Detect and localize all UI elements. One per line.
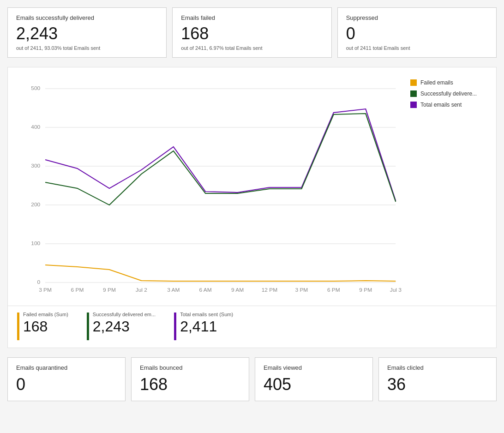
svg-text:500: 500 bbox=[31, 85, 40, 91]
card-subtitle-suppressed: out of 2411 total Emails sent bbox=[346, 45, 488, 51]
failed-line bbox=[45, 265, 396, 281]
svg-text:9 PM: 9 PM bbox=[359, 287, 372, 293]
top-cards-section: Emails successfully delivered 2,243 out … bbox=[7, 7, 497, 58]
summary-text: Successfully delivered em... 2,243 bbox=[93, 312, 156, 335]
bottom-card-number-clicked: 36 bbox=[387, 375, 488, 394]
chart-legend: Failed emails Successfully delivere... T… bbox=[410, 75, 489, 298]
card-title-delivered: Emails successfully delivered bbox=[16, 14, 158, 21]
legend-label: Successfully delivere... bbox=[420, 90, 477, 97]
summary-item-failed-sum: Failed emails (Sum) 168 bbox=[17, 312, 68, 340]
svg-text:3 AM: 3 AM bbox=[167, 287, 180, 293]
bottom-cards-section: Emails quarantined 0 Emails bounced 168 … bbox=[7, 357, 497, 401]
card-title-failed: Emails failed bbox=[181, 14, 323, 21]
summary-item-total-sum: Total emails sent (Sum) 2,411 bbox=[174, 312, 233, 340]
bottom-card-number-bounced: 168 bbox=[140, 375, 240, 394]
card-number-suppressed: 0 bbox=[346, 24, 488, 43]
card-number-failed: 168 bbox=[181, 24, 323, 43]
summary-label: Total emails sent (Sum) bbox=[180, 312, 233, 317]
svg-text:9 AM: 9 AM bbox=[231, 287, 244, 293]
bottom-card-quarantined: Emails quarantined 0 bbox=[7, 357, 126, 401]
svg-text:6 PM: 6 PM bbox=[71, 287, 84, 293]
summary-text: Failed emails (Sum) 168 bbox=[23, 312, 68, 335]
svg-text:100: 100 bbox=[31, 241, 40, 246]
card-suppressed: Suppressed 0 out of 2411 total Emails se… bbox=[337, 7, 497, 58]
bottom-card-bounced: Emails bounced 168 bbox=[131, 357, 249, 401]
legend-item: Failed emails bbox=[410, 79, 489, 86]
bottom-card-title-clicked: Emails clicled bbox=[387, 364, 488, 371]
svg-text:3 PM: 3 PM bbox=[39, 287, 52, 293]
card-subtitle-delivered: out of 2411, 93.03% total Emails sent bbox=[16, 45, 158, 51]
bottom-card-title-quarantined: Emails quarantined bbox=[16, 364, 117, 371]
legend-label: Failed emails bbox=[420, 79, 453, 86]
card-title-suppressed: Suppressed bbox=[346, 14, 488, 21]
svg-text:Jul 3: Jul 3 bbox=[390, 287, 402, 293]
bottom-card-title-viewed: Emails viewed bbox=[264, 364, 364, 371]
svg-text:0: 0 bbox=[37, 279, 41, 285]
svg-text:Jul 2: Jul 2 bbox=[136, 287, 147, 293]
summary-bar bbox=[17, 313, 19, 340]
chart-area: 500 400 300 200 100 0 3 PM 6 PM 9 PM Jul… bbox=[7, 67, 497, 306]
svg-text:300: 300 bbox=[31, 163, 40, 168]
legend-item: Successfully delivere... bbox=[410, 90, 489, 97]
bottom-card-viewed: Emails viewed 405 bbox=[255, 357, 373, 401]
svg-text:12 PM: 12 PM bbox=[262, 287, 277, 293]
card-subtitle-failed: out of 2411, 6.97% total Emails sent bbox=[181, 45, 323, 51]
bottom-card-title-bounced: Emails bounced bbox=[140, 364, 240, 371]
summary-item-delivered-sum: Successfully delivered em... 2,243 bbox=[87, 312, 156, 340]
svg-text:400: 400 bbox=[31, 124, 40, 130]
svg-text:200: 200 bbox=[31, 202, 40, 207]
card-number-delivered: 2,243 bbox=[16, 24, 158, 43]
bottom-card-number-quarantined: 0 bbox=[16, 375, 117, 394]
bottom-card-number-viewed: 405 bbox=[264, 375, 364, 394]
summary-text: Total emails sent (Sum) 2,411 bbox=[180, 312, 233, 335]
legend-color-box bbox=[410, 79, 417, 86]
legend-item: Total emails sent bbox=[410, 102, 489, 108]
line-chart-container: 500 400 300 200 100 0 3 PM 6 PM 9 PM Jul… bbox=[15, 75, 406, 298]
svg-text:6 PM: 6 PM bbox=[327, 287, 340, 293]
summary-bar bbox=[87, 313, 89, 340]
legend-color-box bbox=[410, 90, 417, 97]
svg-text:9 PM: 9 PM bbox=[103, 287, 116, 293]
summary-value: 168 bbox=[23, 318, 68, 335]
chart-summary: Failed emails (Sum) 168 Successfully del… bbox=[7, 306, 497, 348]
line-chart-svg: 500 400 300 200 100 0 3 PM 6 PM 9 PM Jul… bbox=[15, 75, 406, 296]
card-failed: Emails failed 168 out of 2411, 6.97% tot… bbox=[172, 7, 331, 58]
card-delivered: Emails successfully delivered 2,243 out … bbox=[7, 7, 167, 58]
legend-color-box bbox=[410, 102, 417, 108]
bottom-card-clicked: Emails clicled 36 bbox=[378, 357, 497, 401]
summary-label: Successfully delivered em... bbox=[93, 312, 156, 317]
svg-text:6 AM: 6 AM bbox=[199, 287, 212, 293]
svg-text:3 PM: 3 PM bbox=[295, 287, 308, 293]
legend-label: Total emails sent bbox=[420, 102, 462, 108]
total-line bbox=[45, 109, 396, 201]
summary-bar bbox=[174, 313, 176, 340]
summary-value: 2,411 bbox=[180, 318, 233, 335]
summary-label: Failed emails (Sum) bbox=[23, 312, 68, 317]
summary-value: 2,243 bbox=[93, 318, 156, 335]
